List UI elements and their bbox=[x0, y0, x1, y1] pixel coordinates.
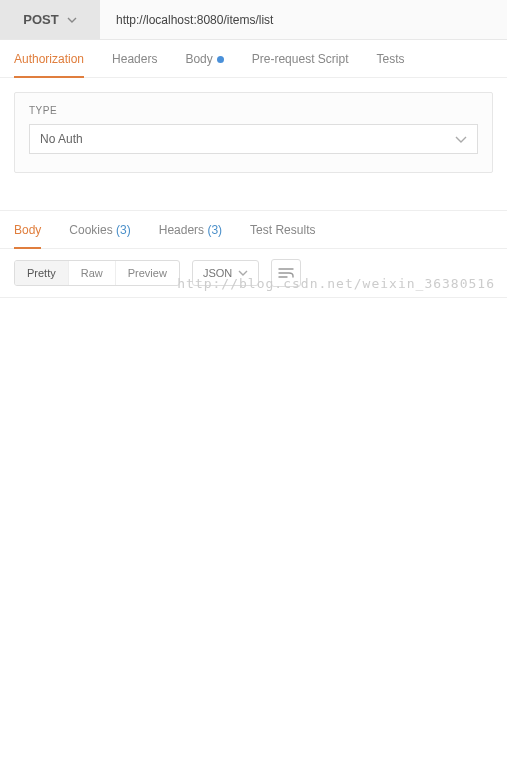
modified-indicator-icon bbox=[217, 56, 224, 63]
http-method-select[interactable]: POST bbox=[0, 0, 100, 39]
response-toolbar: PrettyRawPreview JSON bbox=[0, 249, 507, 297]
url-input[interactable] bbox=[100, 0, 507, 39]
auth-type-label: TYPE bbox=[29, 105, 478, 116]
chevron-down-icon bbox=[238, 270, 248, 276]
tab-headers[interactable]: Headers (3) bbox=[159, 212, 222, 248]
mode-pretty[interactable]: Pretty bbox=[15, 261, 68, 285]
view-mode-group: PrettyRawPreview bbox=[14, 260, 180, 286]
tab-pre-request-script[interactable]: Pre-request Script bbox=[252, 41, 349, 77]
chevron-down-icon bbox=[455, 136, 467, 143]
auth-type-select[interactable]: No Auth bbox=[29, 124, 478, 154]
request-tabs: AuthorizationHeadersBodyPre-request Scri… bbox=[0, 40, 507, 78]
auth-panel: TYPE No Auth bbox=[14, 92, 493, 173]
tab-body[interactable]: Body bbox=[185, 41, 223, 77]
wrap-lines-button[interactable] bbox=[271, 259, 301, 287]
response-tabs: Body Cookies (3) Headers (3) Test Result… bbox=[0, 211, 507, 249]
mode-preview[interactable]: Preview bbox=[115, 261, 179, 285]
tab-cookies[interactable]: Cookies (3) bbox=[69, 212, 130, 248]
tab-body[interactable]: Body bbox=[14, 212, 41, 248]
tab-headers[interactable]: Headers bbox=[112, 41, 157, 77]
http-method-label: POST bbox=[23, 12, 58, 27]
response-body-editor[interactable]: http://blog.csdn.net/weixin_36380516 bbox=[0, 297, 507, 298]
wrap-icon bbox=[278, 267, 294, 279]
format-select[interactable]: JSON bbox=[192, 260, 259, 286]
chevron-down-icon bbox=[67, 17, 77, 23]
format-label: JSON bbox=[203, 267, 232, 279]
tab-tests[interactable]: Tests bbox=[376, 41, 404, 77]
tab-test-results[interactable]: Test Results bbox=[250, 212, 315, 248]
tab-authorization[interactable]: Authorization bbox=[14, 41, 84, 77]
mode-raw[interactable]: Raw bbox=[68, 261, 115, 285]
auth-type-value: No Auth bbox=[40, 132, 83, 146]
